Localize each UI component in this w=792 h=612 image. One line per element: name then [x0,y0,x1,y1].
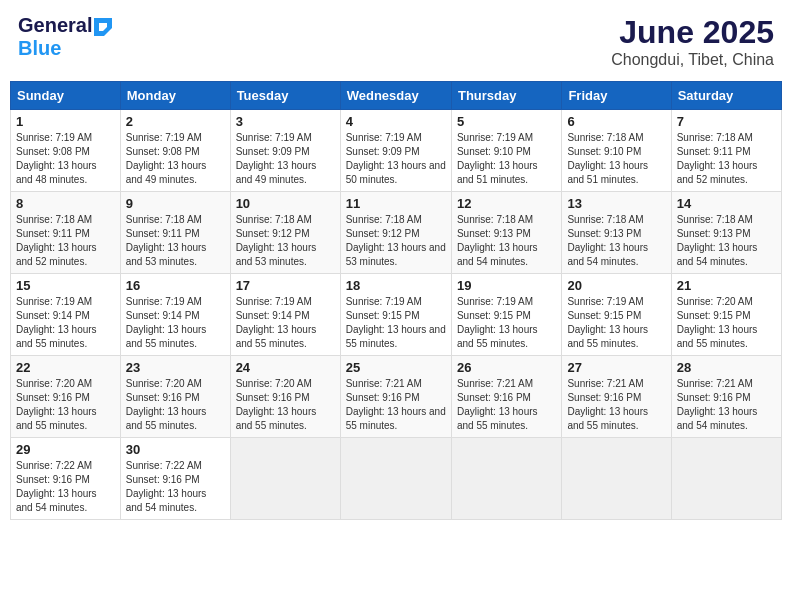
day-11: 11 Sunrise: 7:18 AMSunset: 9:12 PMDaylig… [340,192,451,274]
title-block: June 2025 Chongdui, Tibet, China [611,14,774,69]
day-28: 28 Sunrise: 7:21 AMSunset: 9:16 PMDaylig… [671,356,781,438]
logo-icon [94,18,112,36]
week-row-4: 22 Sunrise: 7:20 AMSunset: 9:16 PMDaylig… [11,356,782,438]
header-saturday: Saturday [671,82,781,110]
location: Chongdui, Tibet, China [611,51,774,69]
page-header: General Blue June 2025 Chongdui, Tibet, … [10,10,782,73]
day-10: 10 Sunrise: 7:18 AMSunset: 9:12 PMDaylig… [230,192,340,274]
day-4: 4 Sunrise: 7:19 AMSunset: 9:09 PMDayligh… [340,110,451,192]
week-row-5: 29 Sunrise: 7:22 AMSunset: 9:16 PMDaylig… [11,438,782,520]
day-12: 12 Sunrise: 7:18 AMSunset: 9:13 PMDaylig… [451,192,561,274]
day-29: 29 Sunrise: 7:22 AMSunset: 9:16 PMDaylig… [11,438,121,520]
calendar-table: Sunday Monday Tuesday Wednesday Thursday… [10,81,782,520]
day-1: 1 Sunrise: 7:19 AMSunset: 9:08 PMDayligh… [11,110,121,192]
header-tuesday: Tuesday [230,82,340,110]
day-6: 6 Sunrise: 7:18 AMSunset: 9:10 PMDayligh… [562,110,671,192]
empty-cell-3 [451,438,561,520]
empty-cell-2 [340,438,451,520]
day-17: 17 Sunrise: 7:19 AMSunset: 9:14 PMDaylig… [230,274,340,356]
header-thursday: Thursday [451,82,561,110]
week-row-1: 1 Sunrise: 7:19 AMSunset: 9:08 PMDayligh… [11,110,782,192]
empty-cell-4 [562,438,671,520]
day-18: 18 Sunrise: 7:19 AMSunset: 9:15 PMDaylig… [340,274,451,356]
day-16: 16 Sunrise: 7:19 AMSunset: 9:14 PMDaylig… [120,274,230,356]
day-21: 21 Sunrise: 7:20 AMSunset: 9:15 PMDaylig… [671,274,781,356]
day-9: 9 Sunrise: 7:18 AMSunset: 9:11 PMDayligh… [120,192,230,274]
week-row-2: 8 Sunrise: 7:18 AMSunset: 9:11 PMDayligh… [11,192,782,274]
day-25: 25 Sunrise: 7:21 AMSunset: 9:16 PMDaylig… [340,356,451,438]
weekday-header-row: Sunday Monday Tuesday Wednesday Thursday… [11,82,782,110]
month-title: June 2025 [611,14,774,51]
header-sunday: Sunday [11,82,121,110]
empty-cell-1 [230,438,340,520]
header-monday: Monday [120,82,230,110]
day-26: 26 Sunrise: 7:21 AMSunset: 9:16 PMDaylig… [451,356,561,438]
day-7: 7 Sunrise: 7:18 AMSunset: 9:11 PMDayligh… [671,110,781,192]
day-30: 30 Sunrise: 7:22 AMSunset: 9:16 PMDaylig… [120,438,230,520]
logo-blue-text: Blue [18,37,61,59]
day-5: 5 Sunrise: 7:19 AMSunset: 9:10 PMDayligh… [451,110,561,192]
day-13: 13 Sunrise: 7:18 AMSunset: 9:13 PMDaylig… [562,192,671,274]
day-19: 19 Sunrise: 7:19 AMSunset: 9:15 PMDaylig… [451,274,561,356]
day-3: 3 Sunrise: 7:19 AMSunset: 9:09 PMDayligh… [230,110,340,192]
day-8: 8 Sunrise: 7:18 AMSunset: 9:11 PMDayligh… [11,192,121,274]
day-14: 14 Sunrise: 7:18 AMSunset: 9:13 PMDaylig… [671,192,781,274]
day-27: 27 Sunrise: 7:21 AMSunset: 9:16 PMDaylig… [562,356,671,438]
day-24: 24 Sunrise: 7:20 AMSunset: 9:16 PMDaylig… [230,356,340,438]
day-23: 23 Sunrise: 7:20 AMSunset: 9:16 PMDaylig… [120,356,230,438]
day-20: 20 Sunrise: 7:19 AMSunset: 9:15 PMDaylig… [562,274,671,356]
day-2: 2 Sunrise: 7:19 AMSunset: 9:08 PMDayligh… [120,110,230,192]
empty-cell-5 [671,438,781,520]
day-15: 15 Sunrise: 7:19 AMSunset: 9:14 PMDaylig… [11,274,121,356]
week-row-3: 15 Sunrise: 7:19 AMSunset: 9:14 PMDaylig… [11,274,782,356]
logo-general-text: General [18,14,92,37]
day-22: 22 Sunrise: 7:20 AMSunset: 9:16 PMDaylig… [11,356,121,438]
header-wednesday: Wednesday [340,82,451,110]
logo: General Blue [18,14,112,60]
header-friday: Friday [562,82,671,110]
